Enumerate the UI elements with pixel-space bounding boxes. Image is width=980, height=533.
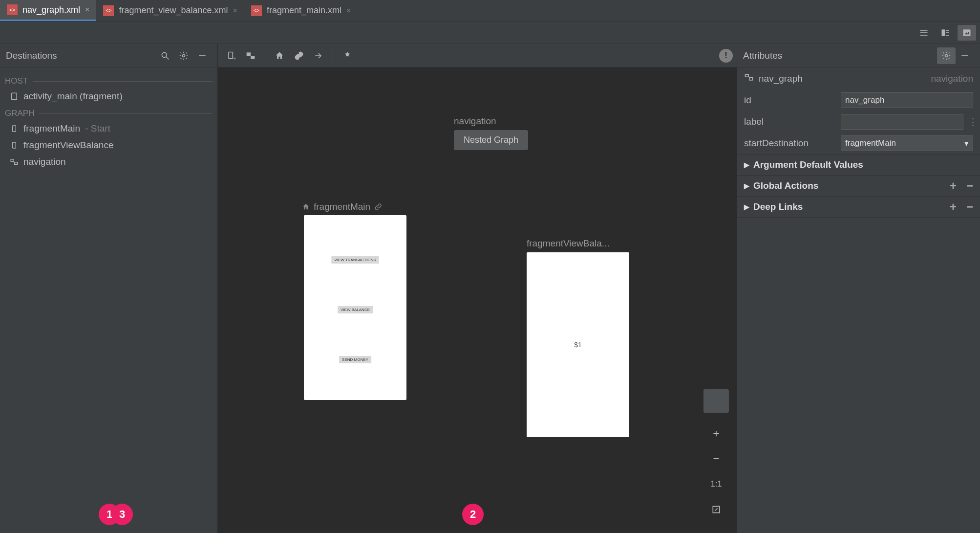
element-type: navigation bbox=[931, 73, 973, 84]
id-input[interactable] bbox=[841, 92, 973, 108]
graph-item-fragment-main[interactable]: fragmentMain - Start bbox=[0, 120, 217, 137]
xml-icon: <> bbox=[103, 5, 114, 16]
search-icon[interactable] bbox=[156, 47, 174, 64]
graph-editor-panel: + ! bbox=[218, 44, 737, 533]
svg-rect-4 bbox=[946, 30, 949, 31]
section-global-actions[interactable]: ▶ Global Actions + − bbox=[737, 175, 980, 196]
svg-rect-13 bbox=[12, 93, 17, 100]
tab-fragment-view-balance[interactable]: <> fragment_view_balance.xml × bbox=[96, 0, 244, 21]
mock-button: VIEW BALANCE bbox=[338, 306, 373, 313]
zoom-out-button[interactable]: − bbox=[703, 447, 729, 470]
svg-rect-16 bbox=[11, 159, 14, 162]
fragment-view-balance-node[interactable]: $1 bbox=[527, 252, 629, 437]
tabs-bar: <> nav_graph.xml × <> fragment_view_bala… bbox=[0, 0, 980, 22]
tab-label: fragment_main.xml bbox=[267, 5, 341, 16]
graph-item-navigation[interactable]: navigation bbox=[0, 154, 217, 170]
editor-toolbar: + ! bbox=[218, 44, 737, 67]
destinations-header: Destinations bbox=[0, 44, 217, 67]
mock-balance-text: $1 bbox=[574, 341, 582, 349]
attribute-element-header: nav_graph navigation bbox=[737, 67, 980, 89]
more-icon[interactable]: ⋮ bbox=[968, 116, 973, 128]
minimize-icon[interactable] bbox=[956, 47, 974, 64]
design-view-button[interactable] bbox=[958, 25, 976, 41]
gear-icon[interactable] bbox=[937, 47, 956, 64]
graph-item-label: fragmentMain bbox=[23, 123, 80, 134]
section-deep-links[interactable]: ▶ Deep Links + − bbox=[737, 196, 980, 218]
pan-button[interactable] bbox=[703, 389, 729, 413]
attributes-title: Attributes bbox=[743, 50, 937, 61]
add-icon[interactable]: + bbox=[950, 203, 957, 210]
connection-lines bbox=[218, 67, 364, 141]
link-icon[interactable] bbox=[290, 47, 308, 64]
xml-icon: <> bbox=[251, 5, 262, 16]
new-destination-icon[interactable]: + bbox=[222, 47, 240, 64]
svg-rect-6 bbox=[946, 35, 949, 36]
label-input[interactable] bbox=[841, 114, 963, 130]
svg-rect-20 bbox=[247, 53, 251, 55]
svg-rect-26 bbox=[749, 78, 753, 80]
host-section-label: HOST bbox=[0, 72, 217, 88]
fragment-view-balance-label: fragmentViewBala... bbox=[527, 238, 610, 249]
gear-icon[interactable] bbox=[174, 47, 193, 64]
fragment-main-node[interactable]: VIEW TRANSACTIONS VIEW BALANCE SEND MONE… bbox=[304, 215, 406, 400]
close-icon[interactable]: × bbox=[346, 6, 351, 15]
code-view-button[interactable] bbox=[915, 25, 933, 41]
svg-rect-0 bbox=[920, 30, 928, 31]
svg-point-9 bbox=[162, 52, 167, 57]
phone-icon bbox=[10, 141, 19, 150]
nav-node-label: navigation bbox=[454, 116, 496, 127]
nested-icon bbox=[744, 72, 754, 85]
close-icon[interactable]: × bbox=[233, 6, 237, 15]
svg-text:+: + bbox=[233, 55, 236, 61]
mock-button: SEND MONEY bbox=[339, 356, 371, 363]
nested-graph-icon[interactable] bbox=[241, 47, 260, 64]
svg-rect-25 bbox=[746, 74, 749, 77]
warning-icon[interactable]: ! bbox=[719, 49, 733, 63]
remove-icon[interactable]: − bbox=[966, 203, 973, 210]
zoom-reset-button[interactable]: 1:1 bbox=[703, 472, 729, 496]
attr-row-start-destination: startDestination fragmentMain ▾ bbox=[737, 133, 980, 154]
expand-icon: ▶ bbox=[744, 182, 749, 190]
nested-icon bbox=[10, 157, 19, 166]
destinations-content: HOST activity_main (fragment) GRAPH frag… bbox=[0, 67, 217, 175]
mock-button: VIEW TRANSACTIONS bbox=[331, 256, 379, 264]
add-icon[interactable]: + bbox=[950, 182, 957, 189]
graph-item-fragment-view-balance[interactable]: fragmentViewBalance bbox=[0, 137, 217, 154]
tab-nav-graph[interactable]: <> nav_graph.xml × bbox=[0, 0, 96, 21]
start-destination-select[interactable]: fragmentMain ▾ bbox=[841, 135, 973, 151]
section-argument-default-values[interactable]: ▶ Argument Default Values bbox=[737, 154, 980, 175]
tab-fragment-main[interactable]: <> fragment_main.xml × bbox=[244, 0, 358, 21]
split-view-button[interactable] bbox=[936, 25, 955, 41]
svg-point-11 bbox=[183, 54, 185, 57]
svg-rect-5 bbox=[946, 32, 949, 33]
zoom-fit-button[interactable] bbox=[703, 498, 729, 521]
attr-row-id: id bbox=[737, 89, 980, 111]
svg-rect-17 bbox=[15, 162, 18, 165]
minimize-icon[interactable] bbox=[193, 47, 212, 64]
viewmode-bar bbox=[0, 22, 980, 44]
expand-icon: ▶ bbox=[744, 203, 749, 211]
dropdown-icon: ▾ bbox=[964, 138, 969, 149]
home-icon[interactable] bbox=[270, 47, 289, 64]
phone-icon bbox=[10, 124, 19, 133]
nested-graph-node[interactable]: Nested Graph bbox=[454, 130, 528, 150]
svg-rect-1 bbox=[920, 32, 928, 33]
remove-icon[interactable]: − bbox=[966, 182, 973, 189]
attr-label: label bbox=[744, 116, 836, 127]
svg-rect-2 bbox=[920, 35, 928, 36]
graph-item-label: fragmentViewBalance bbox=[23, 140, 113, 151]
section-label: Deep Links bbox=[753, 201, 803, 212]
host-item[interactable]: activity_main (fragment) bbox=[0, 88, 217, 105]
close-icon[interactable]: × bbox=[85, 5, 89, 14]
attributes-panel: Attributes nav_graph navigation id labe bbox=[737, 44, 980, 533]
svg-rect-3 bbox=[942, 29, 945, 36]
graph-section-label: GRAPH bbox=[0, 105, 217, 120]
auto-arrange-icon[interactable] bbox=[338, 47, 357, 64]
attr-label: startDestination bbox=[744, 138, 836, 149]
zoom-in-button[interactable]: ＋ bbox=[703, 422, 729, 445]
action-icon[interactable] bbox=[309, 47, 328, 64]
annotation-marker-3: 3 bbox=[111, 504, 133, 525]
svg-rect-15 bbox=[13, 142, 16, 148]
graph-canvas[interactable]: navigation Nested Graph fragmentMain VIE… bbox=[218, 67, 737, 533]
attr-label: id bbox=[744, 95, 836, 106]
